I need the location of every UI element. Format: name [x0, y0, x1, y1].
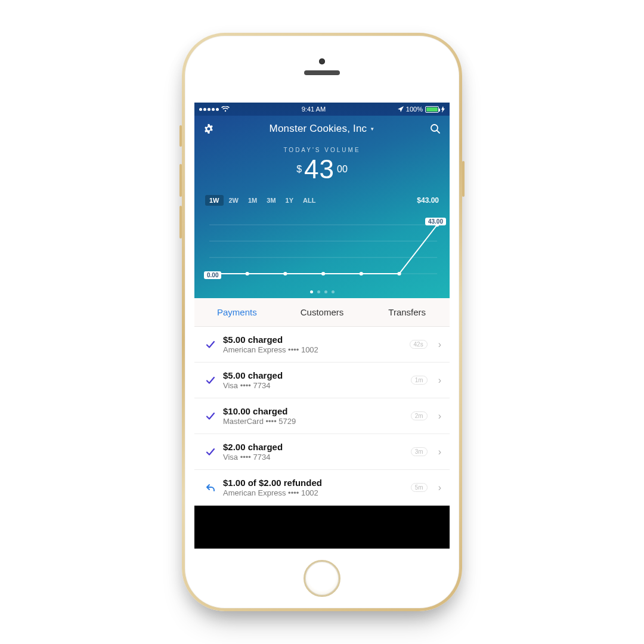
payment-subtitle: Visa •••• 7734: [223, 381, 404, 390]
location-icon: [398, 106, 404, 112]
payment-content: $10.00 chargedMasterCard •••• 5729: [223, 406, 404, 426]
range-1y[interactable]: 1Y: [281, 195, 298, 206]
account-switcher[interactable]: Monster Cookies, Inc ▼: [270, 123, 375, 135]
battery-icon: [425, 106, 439, 113]
volume-cents: 00: [337, 164, 348, 175]
section-tabs: PaymentsCustomersTransfers: [194, 298, 450, 327]
payment-subtitle: MasterCard •••• 5729: [223, 417, 404, 426]
payment-content: $2.00 chargedVisa •••• 7734: [223, 442, 404, 462]
mute-switch: [179, 125, 182, 147]
payment-time: 5m: [411, 483, 428, 492]
search-icon: [429, 123, 441, 135]
charging-icon: [441, 106, 445, 113]
payment-subtitle: American Express •••• 1002: [223, 345, 402, 354]
range-3m[interactable]: 3M: [262, 195, 280, 206]
payment-row[interactable]: $5.00 chargedAmerican Express •••• 10024…: [194, 327, 450, 363]
account-name: Monster Cookies, Inc: [270, 123, 367, 135]
payment-row[interactable]: $1.00 of $2.00 refundedAmerican Express …: [194, 470, 450, 506]
svg-point-9: [321, 272, 325, 275]
range-all[interactable]: ALL: [299, 195, 320, 206]
chevron-right-icon: ›: [438, 339, 441, 350]
check-icon: [205, 376, 216, 385]
refund-icon: [205, 483, 216, 493]
settings-button[interactable]: [202, 122, 216, 136]
check-icon: [205, 340, 216, 349]
dashboard-header: Monster Cookies, Inc ▼ TODAY'S VOLUME $ …: [194, 116, 450, 298]
phone-frame: 9:41 AM 100%: [182, 33, 462, 611]
chevron-right-icon: ›: [438, 482, 441, 493]
svg-point-8: [283, 272, 287, 275]
check-icon: [205, 411, 216, 421]
payment-title: $5.00 charged: [223, 370, 404, 380]
payment-time: 2m: [411, 411, 428, 420]
tab-transfers[interactable]: Transfers: [364, 298, 450, 326]
power-button: [462, 161, 465, 197]
svg-point-11: [397, 272, 401, 275]
home-button[interactable]: [304, 560, 340, 597]
volume-down-button: [179, 206, 182, 239]
chart-end-label: 43.00: [425, 218, 446, 225]
range-total: $43.00: [417, 196, 439, 205]
range-selector: 1W2W1M3M1YALL: [205, 195, 320, 206]
payment-subtitle: Visa •••• 7734: [223, 453, 404, 462]
tab-customers[interactable]: Customers: [280, 298, 365, 326]
payment-time: 42s: [410, 340, 428, 349]
svg-point-10: [360, 272, 363, 275]
volume-label: TODAY'S VOLUME: [194, 147, 450, 153]
payment-row[interactable]: $5.00 chargedVisa •••• 77341m›: [194, 363, 450, 398]
payments-list: $5.00 chargedAmerican Express •••• 10024…: [194, 327, 450, 506]
check-icon: [205, 447, 216, 457]
chevron-right-icon: ›: [438, 375, 441, 386]
volume-chart[interactable]: 0.00 43.00: [194, 213, 450, 284]
range-1w[interactable]: 1W: [205, 195, 224, 206]
pager-dot: [324, 290, 327, 293]
phone-bottom-bezel: [185, 549, 459, 608]
svg-point-7: [246, 272, 249, 275]
pager-dot: [332, 290, 335, 293]
svg-point-0: [431, 125, 438, 131]
page-indicator[interactable]: [194, 290, 450, 293]
screen: 9:41 AM 100%: [194, 103, 450, 549]
payment-title: $2.00 charged: [223, 442, 404, 452]
range-1m[interactable]: 1M: [244, 195, 261, 206]
pager-dot: [317, 290, 320, 293]
volume-amount: $ 43 00: [194, 154, 450, 184]
range-2w[interactable]: 2W: [225, 195, 243, 206]
status-time: 9:41 AM: [302, 106, 326, 113]
payment-title: $1.00 of $2.00 refunded: [223, 478, 404, 488]
volume-whole: 43: [304, 154, 335, 184]
phone-top-bezel: [185, 36, 459, 103]
status-bar: 9:41 AM 100%: [194, 103, 450, 116]
wifi-icon: [221, 106, 230, 112]
payment-row[interactable]: $2.00 chargedVisa •••• 77343m›: [194, 434, 450, 470]
front-camera: [319, 58, 325, 64]
chevron-right-icon: ›: [438, 411, 441, 422]
search-button[interactable]: [428, 122, 442, 136]
volume-up-button: [179, 164, 182, 197]
gear-icon: [203, 123, 215, 135]
payment-title: $10.00 charged: [223, 406, 404, 416]
signal-strength-icon: [199, 108, 219, 111]
battery-percentage: 100%: [406, 106, 423, 113]
tab-payments[interactable]: Payments: [194, 298, 280, 326]
currency-symbol: $: [296, 164, 302, 175]
payment-time: 3m: [411, 447, 428, 456]
payment-row[interactable]: $10.00 chargedMasterCard •••• 57292m›: [194, 398, 450, 434]
caret-down-icon: ▼: [370, 126, 374, 132]
payment-subtitle: American Express •••• 1002: [223, 488, 404, 497]
payment-content: $1.00 of $2.00 refundedAmerican Express …: [223, 478, 404, 497]
svg-line-1: [437, 131, 439, 133]
payment-content: $5.00 chargedVisa •••• 7734: [223, 370, 404, 390]
pager-dot: [310, 290, 313, 293]
earpiece-speaker: [304, 70, 340, 75]
chart-start-label: 0.00: [204, 271, 221, 279]
payment-title: $5.00 charged: [223, 335, 402, 345]
chevron-right-icon: ›: [438, 447, 441, 457]
payment-content: $5.00 chargedAmerican Express •••• 1002: [223, 335, 402, 354]
payment-time: 1m: [411, 376, 428, 385]
